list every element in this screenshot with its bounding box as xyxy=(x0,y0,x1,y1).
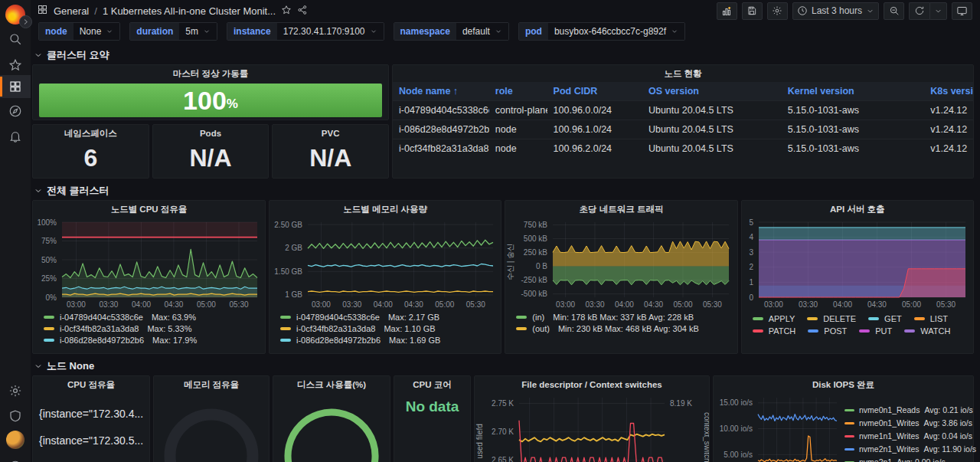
svg-text:25%: 25% xyxy=(41,274,57,283)
variable-value-dropdown[interactable]: None xyxy=(74,23,120,40)
settings-gear-icon[interactable] xyxy=(0,379,31,402)
legend-swatch xyxy=(868,317,879,320)
favorite-star-icon[interactable] xyxy=(281,5,292,18)
legend-item[interactable]: nvme0n1_ReadsAvg: 0.21 io/s xyxy=(844,405,973,414)
legend-item[interactable]: APPLY xyxy=(753,314,795,323)
panel-title[interactable]: CPU 코어 xyxy=(394,376,470,393)
panel-memory-per-node: 노드별 메모리 사용량 03:0003:3004:0004:3005:0005:… xyxy=(269,200,501,354)
dashboard-title[interactable]: 1 Kubernetes All-in-one Cluster Monit... xyxy=(103,5,276,17)
table-column-header[interactable]: role xyxy=(489,82,547,101)
legend-item[interactable]: i-04789d404c5338c6eMax: 63.9% xyxy=(44,313,259,322)
metric-label: {instance="172.30.4... xyxy=(33,408,149,420)
legend-item[interactable]: i-04789d404c5338c6eMax: 2.17 GB xyxy=(280,313,495,322)
share-icon[interactable] xyxy=(297,5,308,18)
svg-text:-500 kB: -500 kB xyxy=(521,290,548,298)
svg-text:10.00 io/s: 10.00 io/s xyxy=(720,424,753,433)
legend-item[interactable]: i-086d28e8d4972b2b6Max: 17.9% xyxy=(44,336,259,345)
legend-item[interactable]: POST xyxy=(808,326,847,336)
stat-row: 네임스페이스 6 Pods N/A PVC N/A xyxy=(32,124,389,179)
legend-item[interactable]: DELETE xyxy=(807,314,856,323)
variable-value-dropdown[interactable]: default xyxy=(456,23,508,40)
svg-text:05:30: 05:30 xyxy=(229,300,248,309)
legend-label: WATCH xyxy=(920,326,950,336)
panel-title[interactable]: 노드별 CPU 점유율 xyxy=(33,201,265,218)
legend-item[interactable]: (in)Min: 178 kB Max: 337 kB Avg: 228 kB xyxy=(516,313,730,322)
help-icon[interactable] xyxy=(0,455,31,462)
panel-title[interactable]: File descriptor / Context switches xyxy=(475,376,709,393)
legend-swatch xyxy=(44,327,54,330)
legend-item[interactable]: nvme2n1_WritesAvg: 11.90 io/s xyxy=(844,444,973,454)
filefd-chart[interactable]: 2.75 K2.70 K2.65 K2.60 K8.19 K4.10 Kused… xyxy=(475,393,709,462)
sidebar-expand-button[interactable] xyxy=(19,15,32,28)
legend-swatch xyxy=(516,327,527,330)
svg-text:2.75 K: 2.75 K xyxy=(492,399,514,408)
time-range-picker[interactable]: Last 3 hours xyxy=(792,2,879,20)
save-dashboard-button[interactable] xyxy=(742,2,763,20)
legend-item[interactable]: i-086d28e8d4972b2b6Max: 1.69 GB xyxy=(280,336,495,345)
svg-text:250 kB: 250 kB xyxy=(524,248,547,257)
variable-value-dropdown[interactable]: 172.30.41.170:9100 xyxy=(277,23,384,40)
panel-title[interactable]: Disk IOPS 완료 xyxy=(714,376,973,393)
chevron-down-icon xyxy=(370,28,377,35)
legend-item[interactable]: WATCH xyxy=(904,326,950,336)
table-column-header[interactable]: OS version xyxy=(642,82,782,101)
memory-per-node-chart[interactable]: 03:0003:3004:0004:3005:0005:301 GB1.50 G… xyxy=(270,218,501,310)
legend-item[interactable]: LIST xyxy=(914,314,948,323)
kiosk-mode-button[interactable] xyxy=(952,2,972,20)
legend-item[interactable]: i-0cf34fb82a31a3da8Max: 1.10 GB xyxy=(280,324,495,333)
add-panel-button[interactable] xyxy=(717,2,737,20)
refresh-button[interactable] xyxy=(909,2,929,20)
refresh-interval-dropdown[interactable] xyxy=(929,2,947,20)
network-traffic-chart[interactable]: 03:0003:3004:0004:3005:0005:30-500 kB-25… xyxy=(505,218,737,310)
user-avatar[interactable] xyxy=(6,431,24,449)
section-cluster-summary[interactable]: 클러스터 요약 xyxy=(32,46,974,64)
alerting-bell-icon[interactable] xyxy=(0,125,31,148)
explore-compass-icon[interactable] xyxy=(0,100,31,123)
table-column-header[interactable]: Kernel version xyxy=(782,82,924,101)
node-table: Node name ↑rolePod CIDROS versionKernel … xyxy=(393,82,973,158)
search-icon[interactable] xyxy=(0,28,31,51)
disk-iops-chart[interactable]: 15.00 io/s10.00 io/s5.00 io/s xyxy=(714,393,844,462)
section-node-none[interactable]: 노드 None xyxy=(32,357,974,375)
legend-item[interactable]: PATCH xyxy=(753,326,796,336)
svg-text:05:30: 05:30 xyxy=(703,300,722,309)
cpu-per-node-chart[interactable]: 03:0003:3004:0004:3005:0005:300%25%50%75… xyxy=(33,218,265,310)
zoom-out-button[interactable] xyxy=(884,2,904,20)
dashboards-icon[interactable] xyxy=(0,75,31,98)
svg-text:100%: 100% xyxy=(37,218,57,227)
svg-text:2 GB: 2 GB xyxy=(285,244,302,252)
legend-item[interactable]: PUT xyxy=(859,326,892,336)
admin-shield-icon[interactable] xyxy=(0,405,31,428)
legend-label: i-086d28e8d4972b2b6 xyxy=(60,336,144,345)
table-column-header[interactable]: Node name ↑ xyxy=(393,82,489,101)
panel-title[interactable]: 디스크 사용률(%) xyxy=(273,376,390,393)
legend-item[interactable]: i-0cf34fb82a31a3da8Max: 5.33% xyxy=(44,324,259,333)
table-column-header[interactable]: Pod CIDR xyxy=(547,82,642,101)
panel-title[interactable]: 노드별 메모리 사용량 xyxy=(270,201,501,218)
section-title: 노드 None xyxy=(47,359,94,373)
chevron-down-icon xyxy=(34,362,43,371)
variable-value-dropdown[interactable]: 5m xyxy=(179,23,217,40)
legend-item[interactable]: nvme2n1Avg: 0.00 io/s xyxy=(844,457,973,462)
legend-item[interactable]: nvme0n1_WritesAvg: 3.86 io/s xyxy=(844,418,973,428)
variable-value-dropdown[interactable]: busybox-646ccbcc7c-g892f xyxy=(548,23,684,40)
api-server-calls-chart[interactable]: 03:0003:3004:0004:3005:0005:30012345 xyxy=(742,218,973,310)
panel-title[interactable]: 마스터 정상 가동률 xyxy=(33,65,388,82)
table-column-header[interactable]: K8s version xyxy=(924,82,973,101)
legend-item[interactable]: (out)Min: 230 kB Max: 468 kB Avg: 304 kB xyxy=(516,324,730,333)
dashboard-settings-button[interactable] xyxy=(767,2,788,20)
panel-title[interactable]: API 서버 호출 xyxy=(742,201,973,218)
legend-item[interactable]: nvme1n1_WritesAvg: 0.04 io/s xyxy=(844,431,973,441)
panel-title[interactable]: 초당 네트워크 트래픽 xyxy=(505,201,737,218)
panel-title[interactable]: 메모리 점유율 xyxy=(154,376,269,393)
svg-text:2.50 GB: 2.50 GB xyxy=(274,221,302,229)
starred-icon[interactable] xyxy=(0,54,31,77)
svg-text:03:00: 03:00 xyxy=(67,300,86,309)
panel-title[interactable]: CPU 점유율 xyxy=(33,376,149,393)
variable-value: busybox-646ccbcc7c-g892f xyxy=(554,26,666,37)
legend-item[interactable]: GET xyxy=(868,314,902,323)
breadcrumb-folder[interactable]: General xyxy=(54,5,89,17)
section-whole-cluster[interactable]: 전체 클러스터 xyxy=(32,182,974,200)
panel-title[interactable]: 노드 현황 xyxy=(393,65,973,82)
legend-swatch xyxy=(280,316,291,319)
